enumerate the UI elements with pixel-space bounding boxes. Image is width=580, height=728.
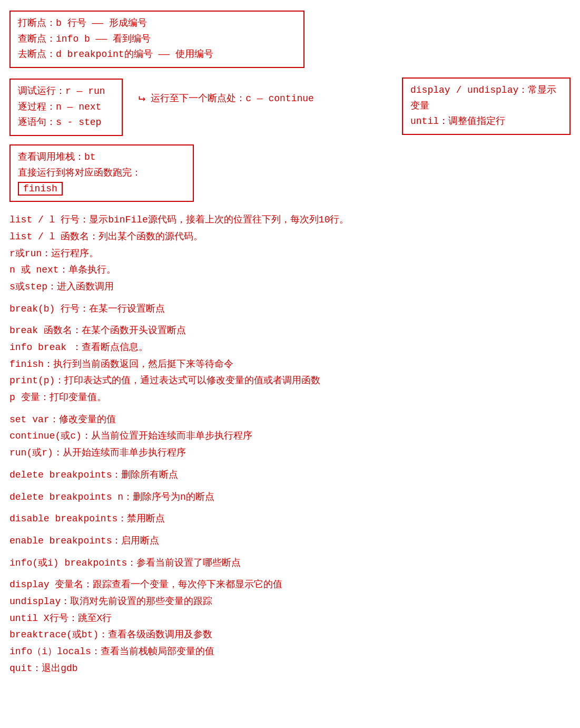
main-line-1: list / l 函数名：列出某个函数的源代码。 (9, 229, 571, 245)
main-line-17 (9, 462, 571, 467)
run-line2: 逐过程：n — next (18, 100, 114, 115)
main-line-7 (9, 318, 571, 322)
main-line-32: info（i）locals：查看当前栈帧局部变量的值 (9, 644, 571, 660)
main-line-29: undisplay：取消对先前设置的那些变量的跟踪 (9, 594, 571, 610)
run-line1: 调试运行：r — run (18, 84, 114, 100)
breakpoint-line1: 打断点：b 行号 —— 形成编号 (18, 16, 296, 32)
breakpoint-line2: 查断点：info b —— 看到编号 (18, 32, 296, 47)
main-line-3: n 或 next：单条执行。 (9, 263, 571, 278)
finish-box: finish (18, 182, 63, 196)
main-line-0: list / l 行号：显示binFile源代码，接着上次的位置往下列，每次列1… (9, 212, 571, 228)
main-line-22: disable breakpoints：禁用断点 (9, 511, 571, 527)
main-line-19 (9, 484, 571, 489)
main-line-24: enable breakpoints：启用断点 (9, 533, 571, 549)
display-line2: until：调整值指定行 (410, 114, 562, 130)
main-line-11: print(p)：打印表达式的值，通过表达式可以修改变量的值或者调用函数 (9, 373, 571, 389)
main-line-26: info(或i) breakpoints：参看当前设置了哪些断点 (9, 556, 571, 571)
display-line1: display / undisplay：常显示变量 (410, 83, 562, 114)
breakpoint-line3: 去断点：d breakpoint的编号 —— 使用编号 (18, 47, 296, 63)
run-line3: 逐语句：s - step (18, 115, 114, 131)
main-line-6: break(b) 行号：在某一行设置断点 (9, 302, 571, 317)
main-line-18: delete breakpoints：删除所有断点 (9, 468, 571, 483)
main-line-8: break 函数名：在某个函数开头设置断点 (9, 323, 571, 339)
continue-group: ↵ 运行至下一个断点处：c — continue (139, 79, 314, 106)
main-line-9: info break ：查看断点信息。 (9, 340, 571, 356)
main-line-13 (9, 407, 571, 411)
main-line-2: r或run：运行程序。 (9, 246, 571, 262)
main-line-15: continue(或c)：从当前位置开始连续而非单步执行程序 (9, 429, 571, 444)
main-line-20: delete breakpoints n：删除序号为n的断点 (9, 490, 571, 506)
stack-line1: 查看调用堆栈：bt (18, 150, 185, 166)
main-line-33: quit：退出gdb (9, 661, 571, 677)
main-line-10: finish：执行到当前函数返回，然后挺下来等待命令 (9, 357, 571, 373)
main-line-14: set var：修改变量的值 (9, 412, 571, 428)
main-line-5 (9, 296, 571, 300)
display-box: display / undisplay：常显示变量 until：调整值指定行 (402, 77, 571, 135)
main-line-21 (9, 506, 571, 510)
main-line-31: breaktrace(或bt)：查看各级函数调用及参数 (9, 627, 571, 643)
main-line-25 (9, 550, 571, 555)
main-line-28: display 变量名：跟踪查看一个变量，每次停下来都显示它的值 (9, 577, 571, 593)
main-line-12: p 变量：打印变量值。 (9, 390, 571, 406)
stack-line2-prefix: 直接运行到将对应函数跑完： (18, 168, 141, 178)
breakpoint-box: 打断点：b 行号 —— 形成编号 查断点：info b —— 看到编号 去断点：… (9, 11, 304, 68)
run-box: 调试运行：r — run 逐过程：n — next 逐语句：s - step (9, 79, 123, 136)
stack-line2: 直接运行到将对应函数跑完：finish (18, 166, 185, 197)
main-line-27 (9, 572, 571, 576)
main-line-16: run(或r)：从开始连续而非单步执行程序 (9, 445, 571, 461)
main-line-23 (9, 528, 571, 532)
main-line-4: s或step：进入函数调用 (9, 279, 571, 295)
continue-text: 运行至下一个断点处：c — continue (151, 91, 314, 106)
stack-box: 查看调用堆栈：bt 直接运行到将对应函数跑完：finish (9, 144, 194, 202)
main-line-30: until X行号：跳至X行 (9, 611, 571, 627)
curved-arrow-icon: ↵ (139, 93, 145, 104)
main-content: list / l 行号：显示binFile源代码，接着上次的位置往下列，每次列1… (9, 212, 571, 676)
